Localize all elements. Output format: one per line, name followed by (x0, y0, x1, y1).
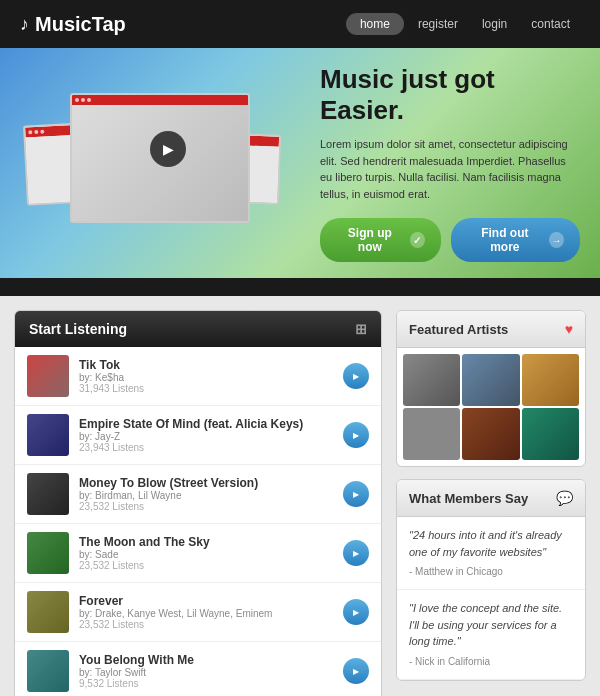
music-icon: ♪ (20, 14, 29, 35)
arrow-icon: → (549, 232, 564, 248)
findout-label: Find out more (467, 226, 543, 254)
signup-label: Sign up now (336, 226, 404, 254)
track-title: Empire State Of Mind (feat. Alicia Keys) (79, 417, 343, 431)
quote-attribution: - Nick in California (409, 654, 573, 669)
track-play-button[interactable]: ▶ (343, 481, 369, 507)
artists-grid (397, 348, 585, 466)
track-listens: 23,532 Listens (79, 619, 343, 630)
track-listens: 31,943 Listens (79, 383, 343, 394)
listening-panel: Start Listening ⊞ Tik Tok by: Ke$ha 31,9… (14, 310, 382, 696)
track-item: Money To Blow (Street Version) by: Birdm… (15, 465, 381, 524)
main-nav: home register login contact (346, 13, 580, 35)
track-artist: by: Birdman, Lil Wayne (79, 490, 343, 501)
nav-home[interactable]: home (346, 13, 404, 35)
hero-text: Music just got Easier. Lorem ipsum dolor… (300, 64, 580, 262)
heart-icon: ♥ (565, 321, 573, 337)
nav-login[interactable]: login (472, 13, 517, 35)
header: ♪ MusicTap home register login contact (0, 0, 600, 48)
left-column: Start Listening ⊞ Tik Tok by: Ke$ha 31,9… (14, 310, 382, 696)
track-item: The Moon and The Sky by: Sade 23,532 Lis… (15, 524, 381, 583)
featured-artists-panel: Featured Artists ♥ (396, 310, 586, 467)
track-artist: by: Jay-Z (79, 431, 343, 442)
track-thumbnail (27, 355, 69, 397)
track-info: The Moon and The Sky by: Sade 23,532 Lis… (79, 535, 343, 571)
featured-title: Featured Artists (409, 322, 508, 337)
track-artist: by: Drake, Kanye West, Lil Wayne, Eminem (79, 608, 343, 619)
members-panel: What Members Say 💬 "24 hours into it and… (396, 479, 586, 681)
artist-thumbnail[interactable] (462, 408, 519, 460)
track-item: You Belong With Me by: Taylor Swift 9,53… (15, 642, 381, 696)
listening-title: Start Listening (29, 321, 127, 337)
track-item: Empire State Of Mind (feat. Alicia Keys)… (15, 406, 381, 465)
track-title: Forever (79, 594, 343, 608)
artist-thumbnail[interactable] (462, 354, 519, 406)
featured-header: Featured Artists ♥ (397, 311, 585, 348)
track-play-button[interactable]: ▶ (343, 363, 369, 389)
track-title: You Belong With Me (79, 653, 343, 667)
nav-contact[interactable]: contact (521, 13, 580, 35)
track-thumbnail (27, 532, 69, 574)
chat-icon: 💬 (556, 490, 573, 506)
track-artist: by: Sade (79, 549, 343, 560)
track-thumbnail (27, 414, 69, 456)
track-info: Tik Tok by: Ke$ha 31,943 Listens (79, 358, 343, 394)
track-artist: by: Ke$ha (79, 372, 343, 383)
track-info: Money To Blow (Street Version) by: Birdm… (79, 476, 343, 512)
members-header: What Members Say 💬 (397, 480, 585, 517)
track-listens: 23,532 Listens (79, 560, 343, 571)
track-info: You Belong With Me by: Taylor Swift 9,53… (79, 653, 343, 689)
track-item: Forever by: Drake, Kanye West, Lil Wayne… (15, 583, 381, 642)
track-listens: 23,532 Listens (79, 501, 343, 512)
right-column: Featured Artists ♥ What Members Say 💬 "2… (396, 310, 586, 696)
logo-text: MusicTap (35, 13, 126, 36)
quote-text: "I love the concept and the site. I'll b… (409, 600, 573, 650)
checkmark-icon: ✓ (410, 232, 425, 248)
track-thumbnail (27, 591, 69, 633)
wave-divider (0, 278, 600, 296)
track-play-button[interactable]: ▶ (343, 599, 369, 625)
hero-description: Lorem ipsum dolor sit amet, consectetur … (320, 136, 580, 202)
track-play-button[interactable]: ▶ (343, 540, 369, 566)
track-title: Money To Blow (Street Version) (79, 476, 343, 490)
hero-section: ▶ Music just got Easier. Lorem ipsum dol… (0, 48, 600, 278)
member-quote: "I love the concept and the site. I'll b… (397, 590, 585, 680)
track-play-button[interactable]: ▶ (343, 658, 369, 684)
track-play-button[interactable]: ▶ (343, 422, 369, 448)
logo: ♪ MusicTap (20, 13, 126, 36)
track-listens: 9,532 Listens (79, 678, 343, 689)
track-listens: 23,943 Listens (79, 442, 343, 453)
quote-attribution: - Matthew in Chicago (409, 564, 573, 579)
hero-title: Music just got Easier. (320, 64, 580, 126)
track-info: Empire State Of Mind (feat. Alicia Keys)… (79, 417, 343, 453)
panel-grid-icon: ⊞ (355, 321, 367, 337)
play-icon[interactable]: ▶ (150, 131, 186, 167)
quote-text: "24 hours into it and it's already one o… (409, 527, 573, 560)
track-item: Tik Tok by: Ke$ha 31,943 Listens ▶ (15, 347, 381, 406)
findout-button[interactable]: Find out more → (451, 218, 580, 262)
artist-thumbnail[interactable] (403, 408, 460, 460)
signup-button[interactable]: Sign up now ✓ (320, 218, 441, 262)
main-content: Start Listening ⊞ Tik Tok by: Ke$ha 31,9… (0, 296, 600, 696)
track-thumbnail (27, 650, 69, 692)
members-title: What Members Say (409, 491, 528, 506)
nav-register[interactable]: register (408, 13, 468, 35)
artist-thumbnail[interactable] (522, 354, 579, 406)
track-info: Forever by: Drake, Kanye West, Lil Wayne… (79, 594, 343, 630)
artist-thumbnail[interactable] (403, 354, 460, 406)
artist-thumbnail[interactable] (522, 408, 579, 460)
track-title: Tik Tok (79, 358, 343, 372)
listening-header: Start Listening ⊞ (15, 311, 381, 347)
track-thumbnail (27, 473, 69, 515)
hero-screenshots: ▶ (20, 63, 300, 263)
hero-buttons: Sign up now ✓ Find out more → (320, 218, 580, 262)
track-artist: by: Taylor Swift (79, 667, 343, 678)
member-quote: "24 hours into it and it's already one o… (397, 517, 585, 590)
track-title: The Moon and The Sky (79, 535, 343, 549)
